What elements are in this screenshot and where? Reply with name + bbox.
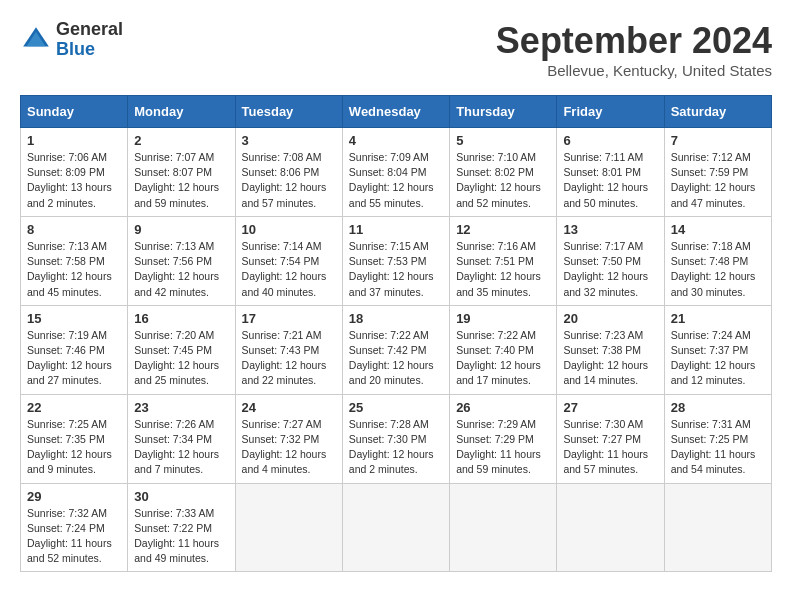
day-number: 28 xyxy=(671,400,765,415)
day-cell: 15Sunrise: 7:19 AMSunset: 7:46 PMDayligh… xyxy=(21,305,128,394)
day-number: 15 xyxy=(27,311,121,326)
day-detail: Sunrise: 7:19 AMSunset: 7:46 PMDaylight:… xyxy=(27,328,121,389)
day-cell: 1Sunrise: 7:06 AMSunset: 8:09 PMDaylight… xyxy=(21,128,128,217)
day-cell xyxy=(557,483,664,572)
day-detail: Sunrise: 7:10 AMSunset: 8:02 PMDaylight:… xyxy=(456,150,550,211)
day-number: 24 xyxy=(242,400,336,415)
day-cell: 8Sunrise: 7:13 AMSunset: 7:58 PMDaylight… xyxy=(21,216,128,305)
col-header-thursday: Thursday xyxy=(450,96,557,128)
day-cell: 17Sunrise: 7:21 AMSunset: 7:43 PMDayligh… xyxy=(235,305,342,394)
day-detail: Sunrise: 7:25 AMSunset: 7:35 PMDaylight:… xyxy=(27,417,121,478)
col-header-friday: Friday xyxy=(557,96,664,128)
day-detail: Sunrise: 7:08 AMSunset: 8:06 PMDaylight:… xyxy=(242,150,336,211)
day-cell: 3Sunrise: 7:08 AMSunset: 8:06 PMDaylight… xyxy=(235,128,342,217)
day-detail: Sunrise: 7:09 AMSunset: 8:04 PMDaylight:… xyxy=(349,150,443,211)
week-row-2: 8Sunrise: 7:13 AMSunset: 7:58 PMDaylight… xyxy=(21,216,772,305)
day-cell: 28Sunrise: 7:31 AMSunset: 7:25 PMDayligh… xyxy=(664,394,771,483)
day-number: 13 xyxy=(563,222,657,237)
day-cell: 27Sunrise: 7:30 AMSunset: 7:27 PMDayligh… xyxy=(557,394,664,483)
day-detail: Sunrise: 7:26 AMSunset: 7:34 PMDaylight:… xyxy=(134,417,228,478)
calendar-table: SundayMondayTuesdayWednesdayThursdayFrid… xyxy=(20,95,772,572)
day-cell: 4Sunrise: 7:09 AMSunset: 8:04 PMDaylight… xyxy=(342,128,449,217)
day-number: 27 xyxy=(563,400,657,415)
day-detail: Sunrise: 7:21 AMSunset: 7:43 PMDaylight:… xyxy=(242,328,336,389)
day-number: 16 xyxy=(134,311,228,326)
day-number: 14 xyxy=(671,222,765,237)
calendar-subtitle: Bellevue, Kentucky, United States xyxy=(496,62,772,79)
day-cell: 18Sunrise: 7:22 AMSunset: 7:42 PMDayligh… xyxy=(342,305,449,394)
day-cell: 23Sunrise: 7:26 AMSunset: 7:34 PMDayligh… xyxy=(128,394,235,483)
day-cell: 22Sunrise: 7:25 AMSunset: 7:35 PMDayligh… xyxy=(21,394,128,483)
day-cell: 16Sunrise: 7:20 AMSunset: 7:45 PMDayligh… xyxy=(128,305,235,394)
col-header-saturday: Saturday xyxy=(664,96,771,128)
day-number: 19 xyxy=(456,311,550,326)
col-header-monday: Monday xyxy=(128,96,235,128)
day-cell: 20Sunrise: 7:23 AMSunset: 7:38 PMDayligh… xyxy=(557,305,664,394)
day-number: 7 xyxy=(671,133,765,148)
day-detail: Sunrise: 7:11 AMSunset: 8:01 PMDaylight:… xyxy=(563,150,657,211)
day-number: 18 xyxy=(349,311,443,326)
day-detail: Sunrise: 7:14 AMSunset: 7:54 PMDaylight:… xyxy=(242,239,336,300)
day-number: 4 xyxy=(349,133,443,148)
day-detail: Sunrise: 7:27 AMSunset: 7:32 PMDaylight:… xyxy=(242,417,336,478)
day-detail: Sunrise: 7:07 AMSunset: 8:07 PMDaylight:… xyxy=(134,150,228,211)
day-detail: Sunrise: 7:30 AMSunset: 7:27 PMDaylight:… xyxy=(563,417,657,478)
day-number: 3 xyxy=(242,133,336,148)
day-cell: 2Sunrise: 7:07 AMSunset: 8:07 PMDaylight… xyxy=(128,128,235,217)
day-number: 1 xyxy=(27,133,121,148)
day-cell xyxy=(664,483,771,572)
day-number: 6 xyxy=(563,133,657,148)
calendar-title: September 2024 xyxy=(496,20,772,62)
logo-icon xyxy=(20,24,52,56)
day-detail: Sunrise: 7:24 AMSunset: 7:37 PMDaylight:… xyxy=(671,328,765,389)
day-detail: Sunrise: 7:16 AMSunset: 7:51 PMDaylight:… xyxy=(456,239,550,300)
day-cell: 21Sunrise: 7:24 AMSunset: 7:37 PMDayligh… xyxy=(664,305,771,394)
day-detail: Sunrise: 7:13 AMSunset: 7:58 PMDaylight:… xyxy=(27,239,121,300)
logo-general: General xyxy=(56,19,123,39)
day-number: 11 xyxy=(349,222,443,237)
col-header-tuesday: Tuesday xyxy=(235,96,342,128)
logo-blue: Blue xyxy=(56,39,95,59)
header-row: SundayMondayTuesdayWednesdayThursdayFrid… xyxy=(21,96,772,128)
day-cell: 25Sunrise: 7:28 AMSunset: 7:30 PMDayligh… xyxy=(342,394,449,483)
day-cell: 5Sunrise: 7:10 AMSunset: 8:02 PMDaylight… xyxy=(450,128,557,217)
day-cell: 19Sunrise: 7:22 AMSunset: 7:40 PMDayligh… xyxy=(450,305,557,394)
week-row-5: 29Sunrise: 7:32 AMSunset: 7:24 PMDayligh… xyxy=(21,483,772,572)
day-number: 12 xyxy=(456,222,550,237)
day-cell: 6Sunrise: 7:11 AMSunset: 8:01 PMDaylight… xyxy=(557,128,664,217)
day-detail: Sunrise: 7:22 AMSunset: 7:40 PMDaylight:… xyxy=(456,328,550,389)
title-area: September 2024 Bellevue, Kentucky, Unite… xyxy=(496,20,772,79)
day-detail: Sunrise: 7:18 AMSunset: 7:48 PMDaylight:… xyxy=(671,239,765,300)
day-cell: 30Sunrise: 7:33 AMSunset: 7:22 PMDayligh… xyxy=(128,483,235,572)
day-cell: 7Sunrise: 7:12 AMSunset: 7:59 PMDaylight… xyxy=(664,128,771,217)
day-number: 5 xyxy=(456,133,550,148)
day-detail: Sunrise: 7:20 AMSunset: 7:45 PMDaylight:… xyxy=(134,328,228,389)
day-detail: Sunrise: 7:32 AMSunset: 7:24 PMDaylight:… xyxy=(27,506,121,567)
day-number: 23 xyxy=(134,400,228,415)
day-cell: 10Sunrise: 7:14 AMSunset: 7:54 PMDayligh… xyxy=(235,216,342,305)
day-cell: 26Sunrise: 7:29 AMSunset: 7:29 PMDayligh… xyxy=(450,394,557,483)
day-detail: Sunrise: 7:29 AMSunset: 7:29 PMDaylight:… xyxy=(456,417,550,478)
day-number: 2 xyxy=(134,133,228,148)
day-cell: 11Sunrise: 7:15 AMSunset: 7:53 PMDayligh… xyxy=(342,216,449,305)
day-detail: Sunrise: 7:28 AMSunset: 7:30 PMDaylight:… xyxy=(349,417,443,478)
page-header: General Blue September 2024 Bellevue, Ke… xyxy=(20,20,772,79)
day-detail: Sunrise: 7:22 AMSunset: 7:42 PMDaylight:… xyxy=(349,328,443,389)
day-cell xyxy=(450,483,557,572)
day-cell: 9Sunrise: 7:13 AMSunset: 7:56 PMDaylight… xyxy=(128,216,235,305)
day-detail: Sunrise: 7:17 AMSunset: 7:50 PMDaylight:… xyxy=(563,239,657,300)
day-number: 26 xyxy=(456,400,550,415)
day-number: 9 xyxy=(134,222,228,237)
day-number: 8 xyxy=(27,222,121,237)
day-detail: Sunrise: 7:13 AMSunset: 7:56 PMDaylight:… xyxy=(134,239,228,300)
week-row-4: 22Sunrise: 7:25 AMSunset: 7:35 PMDayligh… xyxy=(21,394,772,483)
day-detail: Sunrise: 7:06 AMSunset: 8:09 PMDaylight:… xyxy=(27,150,121,211)
day-number: 29 xyxy=(27,489,121,504)
day-detail: Sunrise: 7:23 AMSunset: 7:38 PMDaylight:… xyxy=(563,328,657,389)
day-cell: 14Sunrise: 7:18 AMSunset: 7:48 PMDayligh… xyxy=(664,216,771,305)
day-detail: Sunrise: 7:31 AMSunset: 7:25 PMDaylight:… xyxy=(671,417,765,478)
col-header-sunday: Sunday xyxy=(21,96,128,128)
day-detail: Sunrise: 7:15 AMSunset: 7:53 PMDaylight:… xyxy=(349,239,443,300)
day-cell xyxy=(342,483,449,572)
day-cell: 29Sunrise: 7:32 AMSunset: 7:24 PMDayligh… xyxy=(21,483,128,572)
